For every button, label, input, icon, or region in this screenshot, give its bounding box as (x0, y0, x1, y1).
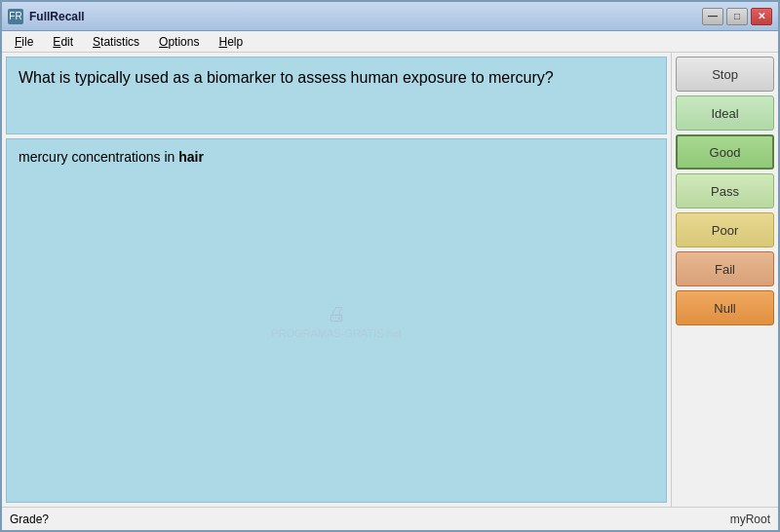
minimize-button[interactable]: — (702, 8, 723, 25)
watermark: 🖨 PROGRAMAS-GRATIS.net (271, 303, 402, 339)
menu-statistics[interactable]: Statistics (84, 32, 148, 52)
pass-button[interactable]: Pass (676, 173, 774, 209)
menu-edit[interactable]: Edit (44, 32, 82, 52)
title-buttons: — □ ✕ (702, 8, 772, 25)
null-button[interactable]: Null (676, 290, 774, 325)
status-right: myRoot (730, 513, 770, 526)
window-title: FullRecall (29, 10, 85, 23)
menu-file[interactable]: File (6, 32, 42, 52)
menu-bar: File Edit Statistics Options Help (2, 31, 778, 53)
question-box: What is typically used as a biomarker to… (6, 57, 667, 134)
title-bar-left: FR FullRecall (8, 9, 85, 24)
close-button[interactable]: ✕ (751, 8, 772, 25)
watermark-icon: 🖨 (271, 303, 402, 325)
main-area: What is typically used as a biomarker to… (2, 53, 778, 507)
answer-text: mercury concentrations in hair (19, 149, 204, 165)
answer-prefix: mercury concentrations in (19, 149, 178, 165)
answer-box: mercury concentrations in hair 🖨 PROGRAM… (6, 138, 667, 503)
maximize-button[interactable]: □ (726, 8, 748, 25)
ideal-button[interactable]: Ideal (676, 95, 774, 131)
watermark-text: PROGRAMAS-GRATIS.net (271, 327, 402, 339)
menu-options[interactable]: Options (150, 32, 208, 52)
good-button[interactable]: Good (676, 134, 774, 170)
sidebar: Stop Ideal Good Pass Poor Fail Null (671, 53, 778, 507)
fail-button[interactable]: Fail (676, 251, 774, 286)
stop-button[interactable]: Stop (676, 57, 774, 92)
menu-help[interactable]: Help (210, 32, 252, 52)
content-area: What is typically used as a biomarker to… (2, 53, 671, 507)
app-icon: FR (8, 9, 23, 24)
title-bar: FR FullRecall — □ ✕ (2, 2, 778, 31)
question-text: What is typically used as a biomarker to… (19, 69, 554, 86)
status-bar: Grade? myRoot (2, 507, 778, 530)
status-left: Grade? (10, 513, 49, 526)
main-window: FR FullRecall — □ ✕ File Edit Statistics… (0, 0, 780, 532)
poor-button[interactable]: Poor (676, 212, 774, 247)
answer-bold: hair (178, 149, 204, 165)
